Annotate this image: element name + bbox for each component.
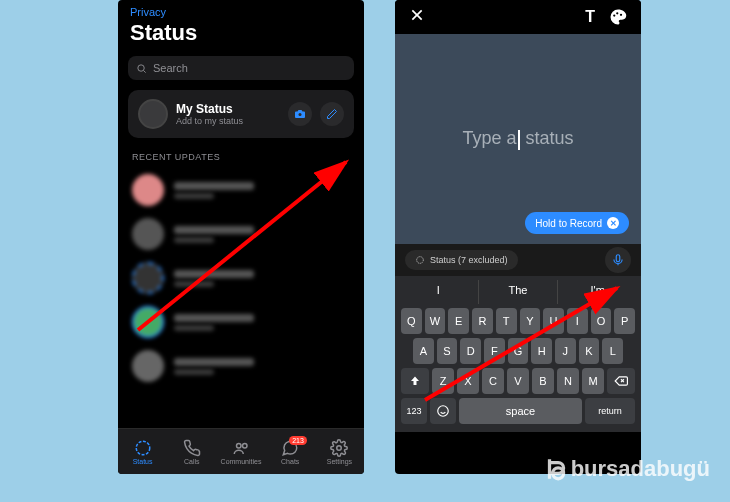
- keyboard: I The I'm QWERTYUIOP ASDFGHJKL ZXCVBNM 1…: [395, 276, 641, 432]
- camera-button[interactable]: [288, 102, 312, 126]
- badge: 213: [289, 436, 307, 445]
- key-u[interactable]: U: [543, 308, 564, 334]
- compose-header: T: [395, 0, 641, 34]
- list-item[interactable]: [118, 344, 364, 388]
- key-q[interactable]: Q: [401, 308, 422, 334]
- list-item[interactable]: [118, 168, 364, 212]
- avatar: [132, 306, 164, 338]
- list-item[interactable]: [118, 300, 364, 344]
- search-input[interactable]: Search: [128, 56, 354, 80]
- key-z[interactable]: Z: [432, 368, 454, 394]
- key-v[interactable]: V: [507, 368, 529, 394]
- key-backspace[interactable]: [607, 368, 635, 394]
- pencil-icon: [326, 108, 338, 120]
- svg-point-16: [438, 406, 449, 417]
- key-s[interactable]: S: [437, 338, 458, 364]
- my-status-title: My Status: [176, 102, 280, 116]
- privacy-row: Status (7 excluded): [395, 244, 641, 276]
- suggestion-bar: I The I'm: [399, 280, 637, 304]
- key-space[interactable]: space: [459, 398, 582, 424]
- key-x[interactable]: X: [457, 368, 479, 394]
- status-ring-icon: [415, 255, 425, 265]
- key-return[interactable]: return: [585, 398, 635, 424]
- svg-point-11: [620, 14, 622, 16]
- key-w[interactable]: W: [425, 308, 446, 334]
- pencil-button[interactable]: [320, 102, 344, 126]
- key-r[interactable]: R: [472, 308, 493, 334]
- text-cursor: [518, 130, 520, 150]
- status-input[interactable]: Type a status: [462, 128, 573, 149]
- tab-settings[interactable]: Settings: [315, 439, 364, 465]
- key-emoji[interactable]: [430, 398, 456, 424]
- tab-bar: Status Calls Communities 213Chats Settin…: [118, 428, 364, 474]
- key-t[interactable]: T: [496, 308, 517, 334]
- dismiss-pill-button[interactable]: ✕: [607, 217, 619, 229]
- mic-button[interactable]: [605, 247, 631, 273]
- key-k[interactable]: K: [579, 338, 600, 364]
- svg-rect-13: [616, 255, 620, 262]
- avatar: [132, 174, 164, 206]
- tab-communities[interactable]: Communities: [216, 439, 265, 465]
- svg-point-0: [138, 64, 144, 70]
- svg-line-1: [144, 70, 146, 72]
- key-d[interactable]: D: [460, 338, 481, 364]
- text-tool-button[interactable]: T: [585, 8, 595, 26]
- my-status-sub: Add to my status: [176, 116, 280, 126]
- key-f[interactable]: F: [484, 338, 505, 364]
- section-header: RECENT UPDATES: [118, 138, 364, 168]
- avatar: [132, 262, 164, 294]
- suggestion[interactable]: The: [479, 280, 559, 304]
- avatar: [132, 218, 164, 250]
- updates-list: [118, 168, 364, 388]
- svg-point-12: [417, 257, 424, 264]
- key-y[interactable]: Y: [520, 308, 541, 334]
- close-button[interactable]: [409, 7, 425, 28]
- search-icon: [136, 63, 147, 74]
- status-icon: [134, 439, 152, 457]
- key-i[interactable]: I: [567, 308, 588, 334]
- svg-point-3: [136, 441, 150, 455]
- privacy-link[interactable]: Privacy: [130, 6, 352, 18]
- avatar: [138, 99, 168, 129]
- svg-point-9: [613, 14, 615, 16]
- page-title: Status: [130, 20, 352, 46]
- tab-status[interactable]: Status: [118, 439, 167, 465]
- close-icon: [409, 7, 425, 23]
- suggestion[interactable]: I: [399, 280, 479, 304]
- key-e[interactable]: E: [448, 308, 469, 334]
- communities-icon: [232, 439, 250, 457]
- camera-icon: [294, 108, 306, 120]
- hold-to-record-pill[interactable]: Hold to Record ✕: [525, 212, 629, 234]
- key-c[interactable]: C: [482, 368, 504, 394]
- list-item[interactable]: [118, 256, 364, 300]
- key-o[interactable]: O: [591, 308, 612, 334]
- suggestion[interactable]: I'm: [558, 280, 637, 304]
- key-l[interactable]: L: [602, 338, 623, 364]
- phone-compose-status: T Type a status Hold to Record ✕ Status …: [395, 0, 641, 474]
- svg-point-5: [243, 443, 248, 448]
- tab-chats[interactable]: 213Chats: [266, 439, 315, 465]
- key-j[interactable]: J: [555, 338, 576, 364]
- key-n[interactable]: N: [557, 368, 579, 394]
- palette-icon[interactable]: [609, 8, 627, 26]
- phone-status-list: Privacy Status Search My Status Add to m…: [118, 0, 364, 474]
- key-shift[interactable]: [401, 368, 429, 394]
- compose-area[interactable]: Type a status Hold to Record ✕: [395, 34, 641, 244]
- gear-icon: [330, 439, 348, 457]
- mic-icon: [611, 253, 625, 267]
- key-123[interactable]: 123: [401, 398, 427, 424]
- key-m[interactable]: M: [582, 368, 604, 394]
- key-h[interactable]: H: [531, 338, 552, 364]
- list-item[interactable]: [118, 212, 364, 256]
- svg-point-10: [616, 12, 618, 14]
- svg-point-6: [337, 445, 342, 450]
- key-a[interactable]: A: [413, 338, 434, 364]
- key-b[interactable]: B: [532, 368, 554, 394]
- search-placeholder: Search: [153, 62, 188, 74]
- key-p[interactable]: P: [614, 308, 635, 334]
- status-privacy-pill[interactable]: Status (7 excluded): [405, 250, 518, 270]
- avatar: [132, 350, 164, 382]
- key-g[interactable]: G: [508, 338, 529, 364]
- my-status-row[interactable]: My Status Add to my status: [128, 90, 354, 138]
- tab-calls[interactable]: Calls: [167, 439, 216, 465]
